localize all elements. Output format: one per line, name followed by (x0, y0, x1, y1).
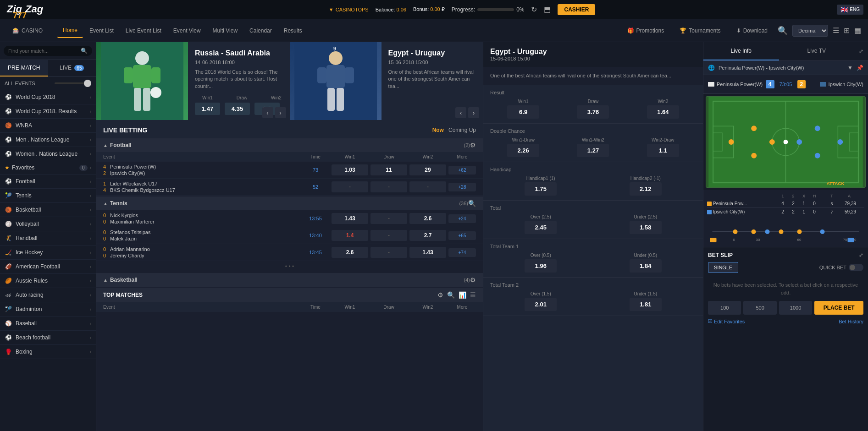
win2-cell-t2[interactable]: 2.7 (409, 230, 446, 241)
draw-cell-1[interactable]: 11 (370, 164, 407, 175)
tab-calendar[interactable]: Calendar (244, 23, 277, 38)
cashier-button[interactable]: CASHIER (558, 4, 595, 15)
draw-cell-t2[interactable]: - (370, 230, 407, 241)
search-input[interactable] (8, 48, 81, 54)
now-button[interactable]: Now (432, 127, 444, 133)
sidebar-item-boxing[interactable]: 🥊 Boxing › (0, 345, 96, 359)
sidebar-item-men-nations[interactable]: ⚽ Men . Nations League › (0, 133, 96, 147)
sidebar-item-handball[interactable]: 🤾 Handball › (0, 231, 96, 246)
single-btn[interactable]: SINGLE (708, 262, 738, 273)
draw-cell-2[interactable]: - (370, 181, 407, 192)
view-list-icon[interactable]: ☰ (833, 26, 839, 35)
dc-c-btn[interactable]: 1.1 (647, 144, 679, 157)
slider[interactable] (55, 82, 91, 84)
sidebar-item-basketball[interactable]: 🏀 Basketball › (0, 203, 96, 217)
refresh-button[interactable]: ↻ (531, 5, 537, 14)
tab-event-list[interactable]: Event List (84, 23, 119, 38)
tab-multi-view[interactable]: Multi View (207, 23, 243, 38)
tab-home[interactable]: Home (57, 23, 83, 38)
settings-gear-icon-tennis[interactable]: 🔍 (468, 200, 476, 207)
view-grid-icon[interactable]: ⊞ (844, 26, 850, 35)
featured-next-btn-1[interactable]: › (275, 107, 286, 118)
sidebar-item-badminton[interactable]: 🏸 Badminton › (0, 302, 96, 316)
sidebar-item-baseball[interactable]: ⚾ Baseball › (0, 316, 96, 331)
tt2-b-btn[interactable]: 1.81 (630, 298, 662, 311)
result-win1-btn[interactable]: 6.9 (507, 105, 539, 119)
more-btn-t2[interactable]: +65 (448, 231, 476, 240)
sidebar-item-volleyball[interactable]: 🏐 Volleyball › (0, 217, 96, 231)
featured-next-btn-2[interactable]: › (468, 107, 479, 118)
tab-results[interactable]: Results (278, 23, 308, 38)
edit-favorites-btn[interactable]: ☑ Edit Favorites (708, 318, 745, 324)
sidebar-item-world-cup-2018[interactable]: ⚽ World Cup 2018 › (0, 90, 96, 104)
more-btn-t3[interactable]: +74 (448, 248, 476, 257)
top-matches-icon-1[interactable]: ⚙ (437, 291, 443, 299)
tt1-a-btn[interactable]: 1.96 (525, 259, 557, 273)
odds-format-select[interactable]: Decimal (792, 25, 828, 37)
sidebar-item-football[interactable]: ⚽ Football › (0, 175, 96, 189)
tt2-a-btn[interactable]: 2.01 (525, 298, 557, 311)
quick-bet-switch[interactable] (849, 264, 863, 271)
hcap-a-btn[interactable]: 1.75 (525, 182, 557, 196)
live-tab[interactable]: LIVE 65 (48, 60, 96, 76)
amount-500-btn[interactable]: 500 (743, 301, 776, 315)
top-matches-icon-2[interactable]: 🔍 (447, 291, 455, 299)
live-tv-tab[interactable]: Live TV (779, 42, 855, 60)
sidebar-item-women-nations[interactable]: ⚽ Women . Nations League › (0, 147, 96, 161)
win1-cell-t1[interactable]: 1.43 (332, 213, 368, 224)
promotions-link[interactable]: 🎁 Promotions (622, 25, 670, 36)
pre-match-tab[interactable]: PRE-MATCH (0, 60, 48, 76)
download-link[interactable]: ⬇ Download (731, 25, 773, 36)
sidebar-item-ice-hockey[interactable]: 🏒 Ice Hockey › (0, 246, 96, 260)
win2-cell-t3[interactable]: 1.43 (409, 247, 446, 258)
casino-nav-item[interactable]: 🎰 CASINO (7, 25, 48, 36)
tt1-b-btn[interactable]: 1.84 (630, 259, 662, 273)
dc-a-btn[interactable]: 2.26 (507, 144, 539, 157)
expand-bet-slip-icon[interactable]: ⤢ (859, 252, 863, 258)
place-bet-btn[interactable]: PLACE BET (814, 301, 863, 315)
sidebar-item-american-football[interactable]: 🏈 American Football › (0, 260, 96, 274)
search-icon[interactable]: 🔍 (778, 26, 788, 36)
view-table-icon[interactable]: ▦ (854, 26, 861, 35)
casino-tops-link[interactable]: ▼ CASINOTOPS (329, 7, 369, 12)
result-draw-btn[interactable]: 3.76 (577, 105, 609, 119)
football-group-header[interactable]: ▲ Football (2) ⚙ (96, 138, 483, 152)
sidebar-item-world-cup-results[interactable]: ⚽ World Cup 2018. Results › (0, 104, 96, 119)
result-win2-btn[interactable]: 1.64 (647, 105, 679, 119)
win1-cell-2[interactable]: - (332, 181, 368, 192)
win1-cell-t2[interactable]: 1.4 (332, 230, 368, 241)
top-matches-icon-3[interactable]: 📊 (459, 291, 466, 299)
amount-1000-btn[interactable]: 1000 (779, 301, 812, 315)
dc-b-btn[interactable]: 1.27 (577, 144, 609, 157)
more-btn-2[interactable]: +28 (448, 183, 476, 191)
settings-gear-icon[interactable]: ⚙ (470, 142, 476, 149)
tab-live-event-list[interactable]: Live Event List (120, 23, 167, 38)
top-matches-icon-4[interactable]: ☰ (470, 291, 476, 299)
win2-cell-1[interactable]: 29 (409, 164, 446, 175)
more-btn-t1[interactable]: +24 (448, 214, 476, 223)
featured-prev-btn-1[interactable]: ‹ (262, 107, 273, 118)
sidebar-item-aussie-rules[interactable]: 🏉 Aussie Rules › (0, 274, 96, 288)
win2-cell-t1[interactable]: 2.6 (409, 213, 446, 224)
total-a-btn[interactable]: 2.45 (525, 221, 557, 234)
sidebar-item-wnba[interactable]: 🏀 WNBA › (0, 119, 96, 133)
language-selector[interactable]: 🇬🇧 ENG (837, 5, 863, 15)
featured-prev-btn-2[interactable]: ‹ (455, 107, 466, 118)
tennis-group-header[interactable]: ▲ Tennis (36) 🔍 (96, 196, 483, 210)
draw-cell-t1[interactable]: - (370, 213, 407, 224)
win1-cell-1[interactable]: 1.03 (332, 164, 368, 175)
win2-cell-2[interactable]: - (409, 181, 446, 192)
basketball-group-header[interactable]: ▲ Basketball (4) ⚙ (96, 273, 483, 287)
sidebar-item-auto-racing[interactable]: 🏎 Auto racing › (0, 288, 96, 302)
draw-odds-1[interactable]: 4.35 (225, 103, 250, 115)
more-btn-1[interactable]: +62 (448, 166, 476, 175)
sidebar-item-favorites[interactable]: ★ Favorites 0 › (0, 161, 96, 175)
dropdown-match-icon[interactable]: ▼ (847, 65, 853, 71)
win1-cell-t3[interactable]: 2.6 (332, 247, 368, 258)
live-info-tab[interactable]: Live Info (703, 42, 779, 60)
sidebar-item-tennis[interactable]: 🎾 Tennis › (0, 189, 96, 203)
coming-up-button[interactable]: Coming Up (448, 127, 476, 133)
expand-live-panel-btn[interactable]: ⤢ (854, 42, 868, 60)
settings-gear-icon-basketball[interactable]: ⚙ (470, 276, 476, 284)
login-button[interactable]: ⬒ (544, 5, 551, 14)
